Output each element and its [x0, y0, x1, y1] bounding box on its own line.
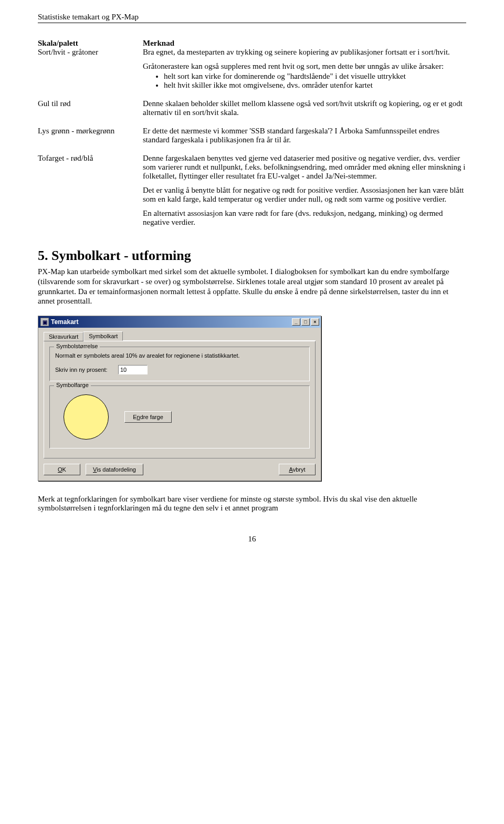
cancel-button[interactable]: Avbryt: [279, 464, 316, 475]
group-symbolstorrelse: Symbolstørrelse Normalt er symbolets are…: [49, 347, 310, 381]
table-row: Lys grønn - mørkegrønn Er dette det nærm…: [38, 127, 466, 144]
body-text: En alternativt assosiasjon kan være rødt…: [143, 209, 466, 227]
ok-button[interactable]: OK: [44, 464, 80, 475]
dialog-title: Temakart: [51, 318, 78, 326]
table-header-row: Skala/palett Merknad: [38, 39, 466, 48]
col-header-left: Skala/palett: [38, 39, 143, 48]
color-preview-circle: [64, 394, 109, 440]
group-symbolfarge: Symbolfarge Endre farge: [49, 385, 310, 448]
dialog-titlebar[interactable]: ▣ Temakart _ □ ×: [38, 316, 321, 328]
app-icon: ▣: [40, 318, 49, 326]
row-label: Gul til rød: [38, 99, 143, 117]
row-label: Tofarget - rød/blå: [38, 154, 143, 227]
table-row: Gul til rød Denne skalaen beholder skill…: [38, 99, 466, 117]
body-text: Det er vanlig å benytte blått for negati…: [143, 186, 466, 204]
maximize-button[interactable]: □: [301, 318, 310, 326]
body-text: Gråtonerastere kan også suppleres med re…: [143, 62, 466, 71]
show-data-distribution-button[interactable]: Vis datafordeling: [86, 464, 143, 475]
tab-symbolkart[interactable]: Symbolkart: [83, 331, 123, 341]
document-header: Statistiske temakart og PX-Map: [38, 13, 466, 23]
percent-label: Skriv inn ny prosent:: [55, 367, 118, 373]
col-header-right: Merknad: [143, 39, 466, 48]
section-paragraph: PX-Map kan utarbeide symbolkart med sirk…: [38, 267, 466, 306]
page-number: 16: [38, 535, 466, 544]
body-text: Denne skalaen beholder skillet mellom kl…: [143, 99, 466, 117]
row-label: Sort/hvit - gråtoner: [38, 48, 143, 90]
tab-skravurkart[interactable]: Skravurkart: [44, 332, 83, 341]
body-text: Denne fargeskalaen benyttes ved gjerne v…: [143, 154, 466, 181]
body-text: Bra egnet, da mesteparten av trykking og…: [143, 48, 466, 57]
bullet-item: helt hvit skiller ikke mot omgivelsene, …: [164, 81, 466, 90]
after-dialog-text: Merk at tegnforklaringen for symbolkart …: [38, 495, 466, 513]
bullet-item: helt sort kan virke for dominerende og "…: [164, 72, 466, 81]
body-text: Er dette det nærmeste vi kommer 'SSB sta…: [143, 127, 466, 144]
percent-input[interactable]: [118, 365, 148, 374]
temakart-dialog: ▣ Temakart _ □ × Skravurkart Symbolkart …: [38, 316, 321, 481]
close-button[interactable]: ×: [311, 318, 319, 326]
row-label: Lys grønn - mørkegrønn: [38, 127, 143, 144]
group-title: Symbolfarge: [54, 382, 91, 388]
change-color-button[interactable]: Endre farge: [124, 411, 172, 423]
table-row: Tofarget - rød/blå Denne fargeskalaen be…: [38, 154, 466, 227]
group-title: Symbolstørrelse: [54, 343, 100, 349]
minimize-button[interactable]: _: [292, 318, 300, 326]
section-heading: 5. Symbolkart - utforming: [38, 248, 466, 264]
table-row: Sort/hvit - gråtoner Bra egnet, da meste…: [38, 48, 466, 90]
group-note: Normalt er symbolets areal 10% av areale…: [55, 352, 304, 359]
